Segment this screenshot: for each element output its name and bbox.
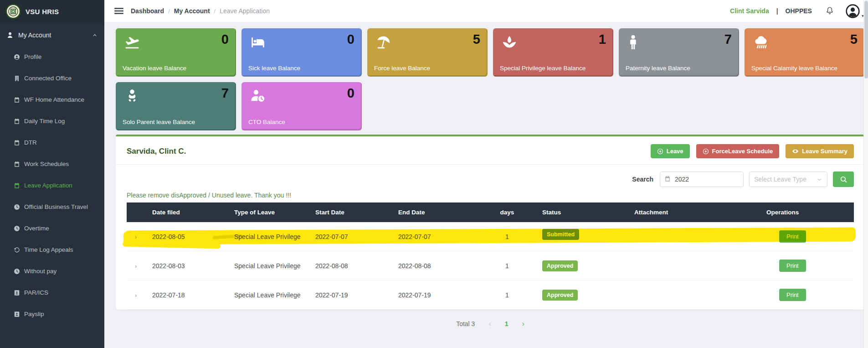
print-button[interactable]: Print xyxy=(779,260,806,272)
calendar-icon xyxy=(664,176,671,184)
sidebar-item-label: WF Home Attendance xyxy=(24,96,84,103)
sidebar-item-payslip[interactable]: Payslip xyxy=(0,303,104,325)
card-special-calamity-leave: 5 Special Calamity leave Balance xyxy=(745,28,865,77)
col-date-filed: Date filed xyxy=(147,203,229,222)
col-attachment: Attachment xyxy=(629,203,761,222)
pagination-prev-icon[interactable]: ‹ xyxy=(488,320,491,328)
calendar-icon xyxy=(14,182,20,189)
sidebar-item-official-business-travel[interactable]: Official Business Travel xyxy=(0,196,104,218)
panel-actions: Leave ForceLeave Schedule Leave Summary xyxy=(651,144,854,158)
id-card-icon xyxy=(14,311,20,317)
sidebar-item-work-schedules[interactable]: Work Schedules xyxy=(0,153,104,175)
card-label: Sick leave Balance xyxy=(248,65,300,72)
leave-application-panel: Sarvida, Clint C. Leave ForceLeave Sched… xyxy=(116,135,865,310)
row-expander-icon[interactable]: › xyxy=(132,263,137,270)
id-card-icon xyxy=(14,290,20,296)
sidebar: VSU HRIS My Account Profile Connected Of… xyxy=(0,0,104,348)
scrollbar-thumb[interactable] xyxy=(864,1,868,78)
row-expander-icon[interactable]: › xyxy=(132,234,137,240)
sidebar-item-connected-office[interactable]: Connected Office xyxy=(0,68,104,89)
breadcrumb: Dashboard / My Account / Leave Applicati… xyxy=(131,7,270,15)
card-value: 5 xyxy=(473,32,480,47)
hamburger-menu-icon[interactable] xyxy=(113,5,124,16)
button-label: Leave Summary xyxy=(802,148,847,155)
sidebar-item-wf-home-attendance[interactable]: WF Home Attendance xyxy=(0,89,104,110)
brand-title: VSU HRIS xyxy=(26,8,59,16)
breadcrumb-dashboard[interactable]: Dashboard xyxy=(131,7,164,15)
rain-cloud-icon xyxy=(751,34,770,52)
search-year-input[interactable] xyxy=(660,171,744,187)
avatar[interactable] xyxy=(846,4,860,18)
col-operations: Operations xyxy=(761,203,854,222)
col-days: days xyxy=(478,203,537,222)
pagination-next-icon[interactable]: › xyxy=(522,320,524,328)
leave-button[interactable]: Leave xyxy=(651,144,690,158)
breadcrumb-separator: / xyxy=(168,8,170,15)
calendar-icon xyxy=(14,140,20,146)
sidebar-item-without-pay[interactable]: Without pay xyxy=(0,260,104,282)
user-circle-icon xyxy=(14,54,20,60)
baby-icon xyxy=(123,88,142,106)
row-expander-icon[interactable]: › xyxy=(132,292,137,299)
sidebar-item-profile[interactable]: Profile xyxy=(0,46,104,68)
notice-text: Please remove disApproved / Unused leave… xyxy=(116,187,865,203)
select-placeholder: Select Leave Type xyxy=(754,176,806,183)
user-name: Clint Sarvida xyxy=(730,7,769,15)
sidebar-item-dtr[interactable]: DTR xyxy=(0,132,104,153)
breadcrumb-my-account[interactable]: My Account xyxy=(174,7,210,15)
search-button[interactable] xyxy=(833,171,854,187)
print-button[interactable]: Print xyxy=(779,230,806,243)
vsu-logo xyxy=(5,4,21,19)
sidebar-item-label: DTR xyxy=(24,139,37,146)
card-force-leave: 5 Force leave Balance xyxy=(367,28,488,77)
col-start-date: Start Date xyxy=(310,203,393,222)
sidebar-item-daily-time-log[interactable]: Daily Time Log xyxy=(0,110,104,132)
clock-icon xyxy=(14,268,20,275)
chevron-down-icon xyxy=(817,177,822,182)
search-label: Search xyxy=(632,176,653,183)
cell-end-date: 2022-07-07 xyxy=(393,222,478,251)
leave-type-select[interactable]: Select Leave Type xyxy=(749,171,827,187)
calendar-icon xyxy=(14,97,20,103)
card-vacation-leave: 0 Vacation leave Balance xyxy=(116,28,236,77)
status-badge: Submitted xyxy=(542,229,579,240)
button-label: Leave xyxy=(667,148,683,155)
page-title: Sarvida, Clint C. xyxy=(127,147,186,156)
print-button[interactable]: Print xyxy=(779,289,806,301)
calendar-icon xyxy=(14,161,20,167)
status-badge: Approved xyxy=(542,290,578,301)
sidebar-item-label: Time Log Appeals xyxy=(24,246,73,253)
male-person-icon xyxy=(626,34,645,52)
sidebar-item-label: Connected Office xyxy=(24,75,72,82)
bed-icon xyxy=(248,34,267,52)
building-icon xyxy=(14,75,20,82)
scrollbar-track[interactable] xyxy=(863,0,868,348)
card-cto-balance: 0 CTO Balance xyxy=(241,82,362,130)
sidebar-item-overtime[interactable]: Overtime xyxy=(0,218,104,239)
sidebar-item-label: Payslip xyxy=(24,311,44,317)
plane-departure-icon xyxy=(123,34,142,52)
notification-bell-icon[interactable] xyxy=(825,6,835,16)
user-menu[interactable]: ▾ xyxy=(846,4,864,18)
brand-header: VSU HRIS xyxy=(0,0,104,23)
pagination-page-1[interactable]: 1 xyxy=(505,320,508,327)
col-status: Status xyxy=(537,203,629,222)
pagination-total: Total 3 xyxy=(456,320,475,327)
sidebar-item-label: Overtime xyxy=(24,225,49,232)
card-value: 7 xyxy=(221,86,229,101)
sidebar-item-par-ics[interactable]: PAR/ICS xyxy=(0,282,104,303)
sidebar-item-time-log-appeals[interactable]: Time Log Appeals xyxy=(0,239,104,260)
sidebar-section-my-account[interactable]: My Account xyxy=(0,23,104,46)
button-label: ForceLeave Schedule xyxy=(712,148,773,155)
cell-start-date: 2022-08-08 xyxy=(310,251,393,280)
search-row: Search Select Leave Type xyxy=(116,165,865,187)
card-value: 1 xyxy=(599,32,606,47)
plus-circle-icon xyxy=(703,148,709,155)
card-value: 0 xyxy=(347,86,354,101)
leave-summary-button[interactable]: Leave Summary xyxy=(786,144,854,158)
cell-type-of-leave: Special Leave Privilege xyxy=(229,251,310,280)
cell-days: 1 xyxy=(478,251,537,280)
forceleave-schedule-button[interactable]: ForceLeave Schedule xyxy=(696,144,780,158)
sidebar-item-leave-application[interactable]: Leave Application xyxy=(0,175,104,196)
sidebar-item-label: Profile xyxy=(24,53,41,60)
